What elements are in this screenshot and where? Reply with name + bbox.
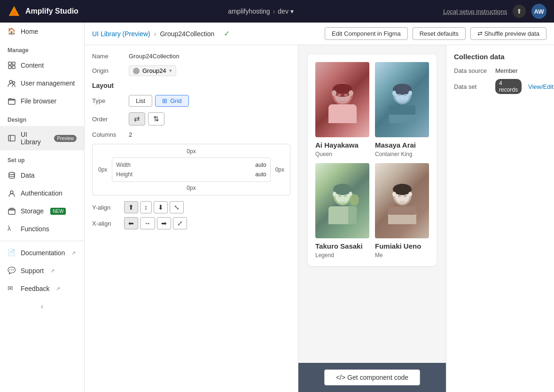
app-title: Amplify Studio (25, 7, 78, 16)
topbar-center: amplifyhosting › dev ▾ (228, 8, 294, 15)
user-management-icon (8, 79, 16, 87)
member-card: Ai Hayakawa Queen (315, 62, 369, 157)
topbar: Amplify Studio amplifyhosting › dev ▾ Lo… (0, 0, 554, 23)
env-name: dev (278, 8, 289, 15)
columns-label: Columns (92, 131, 125, 138)
spacing-left: 0px (96, 157, 109, 182)
local-setup-link[interactable]: Local setup instructions (443, 8, 507, 15)
sidebar-item-label: Storage (21, 207, 44, 215)
right-panel: Collection data Data source Member Data … (446, 45, 554, 392)
yalign-label: Y-align (92, 204, 120, 211)
sidebar-item-feedback[interactable]: ✉ Feedback ↗ (0, 280, 84, 298)
sidebar-item-label: User management (21, 79, 75, 87)
sidebar-item-label: File browser (21, 97, 56, 105)
sidebar-collapse-btn[interactable]: ‹ (0, 298, 84, 315)
yalign-center-btn[interactable]: ↕ (140, 201, 152, 213)
file-browser-icon (8, 97, 16, 105)
order-label: Order (92, 116, 125, 123)
svg-point-30 (403, 94, 406, 96)
member-name-masaya: Masaya Arai (375, 141, 429, 149)
data-source-row: Data source Member (454, 67, 546, 74)
storage-icon (8, 207, 16, 215)
svg-point-49 (403, 195, 406, 197)
spacing-top: 0px (96, 148, 286, 155)
sidebar-item-label: Documentation (21, 249, 65, 257)
breadcrumb-label: UI Library (Preview) (92, 30, 150, 38)
sidebar-item-label: Support (21, 267, 44, 274)
svg-rect-9 (8, 135, 15, 141)
authentication-icon (8, 189, 16, 197)
sidebar-item-support[interactable]: 💬 Support ↗ (0, 262, 84, 280)
sidebar-item-storage[interactable]: Storage NEW (0, 202, 84, 220)
sidebar-item-authentication[interactable]: Authentication (0, 184, 84, 202)
svg-rect-4 (8, 66, 11, 69)
member-photo-masaya (375, 62, 429, 137)
svg-point-11 (10, 191, 13, 194)
upload-icon-btn[interactable]: ⬆ (513, 5, 526, 18)
preview-content: Ai Hayakawa Queen (298, 45, 446, 363)
sidebar-item-label: Feedback (21, 285, 49, 292)
shuffle-preview-button[interactable]: ⇄ Shuffle preview data (470, 27, 546, 40)
member-role-ai: Queen (315, 151, 369, 157)
breadcrumb-current: Group24Collection (160, 30, 214, 38)
type-list-btn[interactable]: List (129, 95, 152, 107)
yalign-top-btn[interactable]: ⬆ (124, 201, 138, 213)
yalign-stretch-btn[interactable]: ⤡ (170, 201, 184, 213)
type-grid-btn[interactable]: ⊞ Grid (155, 95, 189, 107)
records-badge: 4 records (495, 79, 522, 94)
origin-icon (133, 68, 140, 74)
view-edit-link[interactable]: View/Edit (528, 83, 554, 90)
sidebar-item-label: Data (21, 172, 35, 179)
env-dropdown[interactable]: dev ▾ (278, 8, 294, 15)
svg-rect-3 (12, 62, 15, 65)
sidebar-item-functions[interactable]: λ Functions (0, 220, 84, 238)
layout-title: Layout (92, 82, 290, 89)
preview-footer: </> Get component code (298, 363, 446, 392)
svg-point-6 (9, 80, 12, 83)
xalign-right-btn[interactable]: ➡ (157, 217, 171, 229)
documentation-icon: 📄 (8, 249, 16, 257)
svg-rect-2 (8, 62, 11, 65)
member-photo-takuro (315, 163, 369, 238)
ext-link-icon: ↗ (71, 250, 76, 256)
reset-defaults-button[interactable]: Reset defaults (413, 27, 466, 40)
order-horizontal-btn[interactable]: ⇄ (129, 112, 145, 125)
sidebar-item-file-browser[interactable]: File browser (0, 92, 84, 110)
member-role-takuro: Legend (315, 252, 369, 259)
get-code-button[interactable]: </> Get component code (324, 369, 420, 385)
yalign-btn-group: ⬆ ↕ ⬇ ⤡ (124, 201, 184, 213)
origin-dropdown[interactable]: Group24 ▾ (129, 65, 176, 76)
svg-point-40 (350, 194, 359, 205)
edit-figma-button[interactable]: Edit Component in Figma (325, 27, 408, 40)
sidebar-item-home[interactable]: 🏠 Home (0, 23, 84, 40)
collection-card: Ai Hayakawa Queen (308, 55, 437, 266)
member-card: Takuro Sasaki Legend (315, 163, 369, 259)
sidebar-item-documentation[interactable]: 📄 Documentation ↗ (0, 244, 84, 262)
sidebar-item-user-management[interactable]: User management (0, 74, 84, 92)
yalign-row: Y-align ⬆ ↕ ⬇ ⤡ (92, 201, 290, 213)
origin-field-row: Origin Group24 ▾ (92, 65, 290, 76)
ui-library-icon (8, 134, 16, 142)
member-role-fumiaki: Me (375, 252, 429, 259)
yalign-bottom-btn[interactable]: ⬇ (154, 201, 168, 213)
origin-label: Origin (92, 67, 125, 74)
avatar[interactable]: AW (531, 4, 546, 19)
member-card: Fumiaki Ueno Me (375, 163, 429, 259)
amplify-logo (8, 5, 21, 18)
svg-point-38 (343, 195, 347, 197)
svg-rect-5 (12, 66, 15, 69)
xalign-center-btn[interactable]: ↔ (140, 217, 155, 229)
member-name-ai: Ai Hayakawa (315, 141, 369, 149)
xalign-stretch-btn[interactable]: ⤢ (173, 217, 187, 229)
name-value: Group24Collection (129, 53, 179, 60)
breadcrumb[interactable]: UI Library (Preview) › Group24Collection (92, 30, 214, 38)
sidebar-section-manage: Manage (0, 40, 84, 56)
spacing-width-value: auto (255, 162, 266, 168)
xalign-left-btn[interactable]: ⬅ (124, 217, 138, 229)
sidebar-item-data[interactable]: Data (0, 166, 84, 184)
sidebar-item-content[interactable]: Content (0, 56, 84, 74)
order-vertical-btn[interactable]: ⇅ (148, 112, 164, 125)
new-badge: NEW (50, 208, 66, 215)
member-photo-fumiaki (375, 163, 429, 238)
sidebar-item-ui-library[interactable]: UI Library Preview (0, 126, 84, 150)
